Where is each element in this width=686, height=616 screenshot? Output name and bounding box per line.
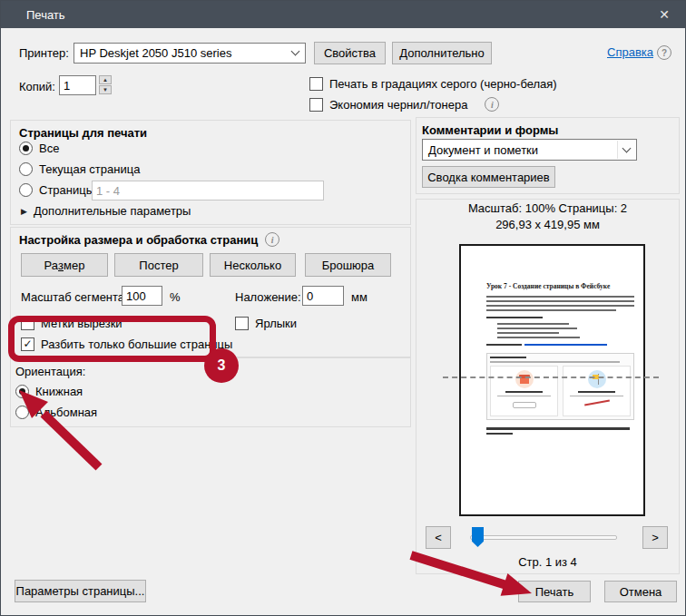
preview-text-line (505, 391, 542, 393)
preview-card-business (490, 366, 558, 416)
labels-checkbox-label: Ярлыки (255, 317, 297, 330)
spin-up-icon[interactable]: ▲ (99, 75, 112, 84)
expand-triangle-icon: ▶ (21, 207, 27, 216)
sizing-group-title: Настройка размера и обработка страниц (19, 233, 258, 247)
comments-summary-button[interactable]: Сводка комментариев (422, 166, 555, 188)
preview-text-line (486, 296, 634, 298)
annotation-highlight-rect (8, 316, 216, 362)
booklet-button[interactable]: Брошюра (305, 253, 391, 277)
checkbox-box (309, 77, 323, 91)
tile-scale-label: Масштаб сегмента: (21, 289, 128, 306)
info-icon: i (485, 97, 499, 112)
print-button[interactable]: Печать (518, 581, 591, 602)
preview-list-line (497, 332, 559, 334)
info-icon: i (265, 232, 279, 247)
flag-icon (588, 370, 606, 388)
preview-doc-title: Урок 7 - Создание страницы в Фейсбуке (486, 282, 634, 290)
radio-circle (19, 142, 33, 155)
preview-card-community (563, 366, 631, 416)
size-button-label: Ра (44, 259, 58, 272)
radio-landscape[interactable]: Альбомная (15, 406, 97, 419)
help-link[interactable]: Справка (607, 44, 653, 61)
storefront-icon (515, 370, 534, 388)
preview-list-line (497, 337, 580, 338)
copies-label: Копий: (19, 79, 55, 95)
preview-page: Урок 7 - Создание страницы в Фейсбуке (459, 244, 645, 516)
spin-down-icon[interactable]: ▼ (99, 85, 112, 94)
orientation-label: Ориентация: (15, 364, 85, 380)
preview-list-line (497, 323, 569, 325)
preview-text-line (497, 396, 552, 397)
preview-text-line (490, 361, 620, 363)
preview-text-line (486, 427, 630, 430)
more-options-toggle[interactable]: ▶ Дополнительные параметры (21, 204, 191, 218)
comments-select-value: Документ и пометки (428, 143, 538, 157)
comments-group-title: Комментарии и формы (422, 122, 558, 139)
preview-mini-button (513, 402, 536, 408)
preview-red-scribble (584, 400, 610, 406)
printer-select[interactable]: HP Deskjet 2050 J510 series (74, 43, 306, 64)
preview-text-line (486, 300, 634, 302)
page-slider-track[interactable] (470, 535, 617, 540)
economy-checkbox-label: Экономия чернил/тонера (329, 98, 467, 112)
radio-page-range[interactable]: Страницы (19, 183, 94, 197)
preview-text-line (578, 391, 614, 393)
landscape-label: Альбомная (35, 406, 97, 419)
advanced-button[interactable]: Дополнительно (392, 42, 492, 64)
annotation-step-badge: 3 (204, 348, 239, 383)
radio-current-label: Текущая страница (39, 162, 140, 176)
tile-scale-unit: % (170, 289, 181, 306)
next-page-button[interactable]: > (642, 526, 668, 549)
radio-current-page[interactable]: Текущая страница (19, 162, 140, 176)
preview-scale-info: Масштаб: 100% Страницы: 2 (416, 201, 680, 215)
radio-circle (19, 183, 33, 197)
printer-label: Принтер: (19, 45, 69, 62)
printer-select-value: HP Deskjet 2050 J510 series (80, 46, 231, 60)
grayscale-checkbox-label: Печать в градациях серого (черно-белая) (329, 77, 557, 91)
more-options-label: Дополнительные параметры (34, 204, 191, 218)
radio-all-label: Все (39, 142, 59, 155)
page-range-input[interactable] (92, 181, 324, 200)
overlap-label: Наложение: (235, 289, 301, 306)
labels-checkbox[interactable]: Ярлыки (235, 317, 297, 330)
properties-button[interactable]: Свойства (314, 42, 386, 64)
chevron-down-icon (286, 44, 304, 62)
radio-range-label: Страницы (39, 183, 94, 197)
multiple-button[interactable]: Несколько (210, 253, 296, 277)
chevron-down-icon (617, 141, 635, 159)
window-title: Печать (26, 8, 65, 22)
comments-select[interactable]: Документ и пометки (422, 139, 637, 161)
preview-text-line (486, 305, 634, 307)
radio-portrait[interactable]: Книжная (15, 385, 83, 398)
prev-page-button[interactable]: < (426, 526, 451, 549)
grayscale-checkbox[interactable]: Печать в градациях серого (черно-белая) (309, 77, 557, 91)
economy-checkbox[interactable]: Экономия чернил/тонера i (309, 97, 499, 112)
preview-text-line (486, 344, 522, 346)
help-icon[interactable]: ? (657, 45, 671, 60)
preview-text-line (486, 317, 543, 318)
page-split-dashed-line (443, 376, 659, 378)
poster-button[interactable]: Постер (114, 253, 203, 277)
portrait-label: Книжная (35, 385, 83, 398)
copies-input[interactable] (59, 75, 96, 95)
print-dialog: Печать ✕ Принтер: HP Deskjet 2050 J510 s… (0, 0, 686, 616)
preview-size-info: 296,93 x 419,95 мм (416, 218, 680, 231)
page-setup-button[interactable]: Параметры страницы... (15, 580, 146, 602)
preview-embedded-screenshot (486, 353, 634, 420)
close-icon[interactable]: ✕ (643, 1, 685, 28)
titlebar: Печать ✕ (1, 1, 685, 28)
page-counter: Стр. 1 из 4 (416, 555, 680, 569)
cancel-button[interactable]: Отмена (604, 581, 677, 602)
radio-all-pages[interactable]: Все (19, 142, 59, 155)
tile-scale-input[interactable] (122, 286, 162, 306)
size-button[interactable]: Размер (21, 253, 108, 277)
preview-text-line (570, 396, 624, 397)
size-button-label: мер (64, 259, 84, 272)
radio-circle (15, 385, 29, 398)
overlap-input[interactable] (302, 286, 344, 306)
copies-stepper[interactable]: ▲ ▼ (99, 75, 112, 95)
radio-circle (15, 406, 29, 419)
overlap-unit: мм (351, 289, 368, 306)
checkbox-box (235, 317, 249, 330)
preview-text-line (490, 357, 526, 358)
